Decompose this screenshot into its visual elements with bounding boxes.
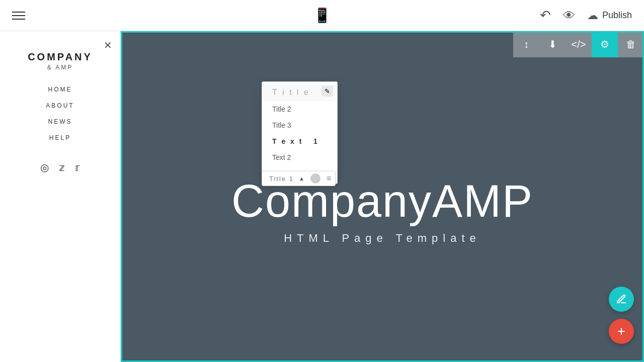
preview-icon[interactable]: 👁 — [563, 9, 575, 23]
sidebar-item-news[interactable]: NEWS — [48, 118, 72, 125]
element-toolbar: ↕ ⬇ </> ⚙ 🗑 — [513, 31, 644, 57]
hamburger-menu[interactable] — [12, 12, 25, 20]
font-selector-bar: Title 1 ▲ ≡ — [262, 171, 336, 186]
font-text2-option[interactable]: Text 2 — [262, 149, 337, 165]
hero-content: CompanyAMP HTML Page Template — [231, 178, 533, 245]
sidebar: ✕ COMPANY & AMP HOME ABOUT NEWS HELP ◎ 𝕫… — [0, 31, 121, 362]
pencil-icon — [616, 294, 627, 305]
font-title3-option[interactable]: Title 3 — [262, 117, 337, 133]
company-name: COMPANY — [28, 51, 93, 63]
facebook-icon[interactable]: 𝕫 — [59, 161, 65, 173]
sidebar-navigation: HOME ABOUT NEWS HELP — [46, 86, 74, 141]
font-title2-option[interactable]: Title 2 — [262, 101, 337, 117]
close-sidebar-button[interactable]: ✕ — [104, 39, 112, 51]
publish-button[interactable]: ☁ Publish — [587, 9, 632, 22]
add-fab-button[interactable]: + — [609, 319, 634, 344]
company-logo: COMPANY & AMP — [28, 51, 93, 71]
mobile-preview-icon[interactable]: 📱 — [313, 8, 331, 23]
code-button[interactable]: </> — [566, 31, 592, 57]
topbar-center: 📱 — [313, 7, 331, 24]
top-bar: 📱 ↶ 👁 ☁ Publish — [0, 0, 644, 31]
plus-icon: + — [617, 324, 625, 338]
font-color-swatch[interactable] — [310, 173, 320, 184]
settings-button[interactable]: ⚙ — [592, 31, 618, 57]
sidebar-item-about[interactable]: ABOUT — [46, 102, 74, 109]
font-style-dropdown: T i t l e 1 ✎ Title 2 Title 3 T e x t 1 … — [262, 81, 338, 184]
download-button[interactable]: ⬇ — [539, 31, 566, 57]
font-title1-option[interactable]: T i t l e 1 ✎ — [262, 84, 337, 101]
hero-section: ↕ ⬇ </> ⚙ 🗑 CompanyAMP HTML Page Templat… — [121, 31, 644, 362]
topbar-left — [12, 12, 25, 20]
reorder-button[interactable]: ↕ — [513, 31, 539, 57]
sidebar-item-home[interactable]: HOME — [48, 86, 72, 93]
cloud-upload-icon: ☁ — [587, 9, 598, 22]
delete-button[interactable]: 🗑 — [618, 31, 644, 57]
instagram-icon[interactable]: ◎ — [40, 161, 49, 173]
undo-icon[interactable]: ↶ — [540, 8, 551, 23]
edit-title1-button[interactable]: ✎ — [321, 86, 333, 97]
font-menu-icon[interactable]: ≡ — [327, 174, 331, 183]
hero-subtitle: HTML Page Template — [231, 232, 533, 245]
sidebar-item-help[interactable]: HELP — [49, 134, 71, 141]
edit-fab-button[interactable] — [609, 287, 634, 312]
social-icons: ◎ 𝕫 𝕣 — [40, 161, 80, 173]
font-text1-option[interactable]: T e x t 1 — [262, 133, 337, 149]
publish-label: Publish — [602, 10, 632, 21]
main-content: ↕ ⬇ </> ⚙ 🗑 CompanyAMP HTML Page Templat… — [121, 31, 644, 362]
company-sub: & AMP — [28, 64, 93, 71]
twitter-icon[interactable]: 𝕣 — [75, 161, 80, 173]
topbar-right: ↶ 👁 ☁ Publish — [540, 8, 632, 23]
font-selector-label: Title 1 — [266, 174, 297, 184]
dropdown-arrow-icon[interactable]: ▲ — [299, 175, 304, 182]
